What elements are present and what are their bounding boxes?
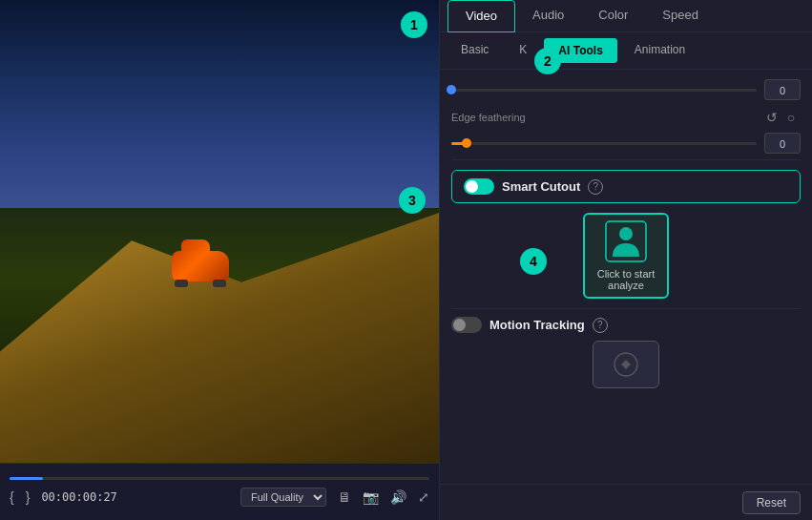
person-silhouette-icon (605, 220, 647, 262)
smart-cutout-toggle[interactable] (464, 178, 494, 195)
bracket-right-icon[interactable]: } (26, 489, 31, 505)
panel-content: 0 Edge feathering ↺ ○ 0 (440, 70, 812, 484)
video-preview (0, 0, 439, 463)
motion-tracking-section: Motion Tracking ? (451, 317, 801, 388)
slider-track-1[interactable] (451, 89, 757, 92)
time-display: 00:00:00:27 (41, 490, 116, 504)
motion-tracking-title: Motion Tracking (489, 318, 585, 332)
quality-select[interactable]: Full Quality (240, 488, 326, 507)
camera-icon[interactable]: 📷 (363, 489, 379, 505)
step-badge-3: 3 (399, 187, 426, 214)
subtab-animation[interactable]: Animation (621, 38, 698, 63)
right-panel: Video Audio Color Speed Basic K AI Tools… (439, 0, 812, 520)
value-box-1: 0 (764, 79, 801, 100)
edge-feathering-label: Edge feathering (451, 112, 526, 123)
analyze-button[interactable]: Click to start analyze (583, 213, 669, 299)
slider-thumb-1 (447, 85, 456, 94)
sand-bg (0, 185, 439, 463)
step-badge-4: 4 (520, 248, 547, 275)
monitor-icon[interactable]: 🖥 (338, 489, 351, 505)
vehicle-object (167, 239, 234, 287)
edge-feathering-value: 0 (764, 133, 801, 154)
step-badge-1: 1 (401, 11, 427, 38)
tab-audio[interactable]: Audio (515, 0, 581, 31)
motion-analyze-button[interactable] (593, 341, 659, 388)
controls-right: Full Quality 🖥 📷 🔊 ⤢ (240, 488, 429, 507)
video-controls: { } 00:00:00:27 Full Quality 🖥 📷 🔊 ⤢ (0, 463, 439, 520)
smart-cutout-header: Smart Cutout ? (464, 178, 788, 195)
divider-1 (451, 159, 801, 160)
tab-color[interactable]: Color (581, 0, 645, 31)
edge-feathering-slider-row: 0 (451, 133, 801, 154)
vehicle-body (172, 251, 229, 281)
analyze-label: Click to start analyze (585, 268, 667, 291)
motion-tracking-header: Motion Tracking ? (451, 317, 801, 333)
sky-bg (0, 0, 439, 208)
svg-point-1 (619, 227, 633, 240)
sub-tabs: Basic K AI Tools Animation (440, 32, 812, 70)
edge-feathering-row: Edge feathering ↺ ○ (451, 108, 801, 127)
subtab-basic[interactable]: Basic (448, 38, 502, 63)
step-badge-2: 2 (534, 48, 561, 74)
reset-button[interactable]: Reset (742, 491, 801, 514)
tab-speed[interactable]: Speed (645, 0, 716, 31)
slider-row-1: 0 (451, 79, 801, 100)
motion-tracking-help-icon[interactable]: ? (593, 318, 608, 333)
slider-section-1: 0 (451, 79, 801, 100)
reset-icon[interactable]: ↺ (762, 108, 781, 127)
timeline-progress (10, 477, 43, 480)
video-panel: { } 00:00:00:27 Full Quality 🖥 📷 🔊 ⤢ (0, 0, 439, 520)
smart-cutout-help-icon[interactable]: ? (588, 179, 603, 195)
tab-video[interactable]: Video (448, 0, 515, 32)
bracket-left-icon[interactable]: { (10, 489, 14, 505)
vehicle-wheel-right (213, 280, 226, 287)
smart-cutout-section: Smart Cutout ? (451, 170, 801, 203)
controls-left: { } 00:00:00:27 (10, 489, 117, 505)
motion-tracking-toggle[interactable] (451, 317, 482, 333)
undo-icon[interactable]: ○ (781, 108, 801, 127)
vehicle-wheel-left (175, 280, 188, 287)
volume-icon[interactable]: 🔊 (390, 489, 406, 505)
controls-row: { } 00:00:00:27 Full Quality 🖥 📷 🔊 ⤢ (10, 488, 429, 507)
fullscreen-icon[interactable]: ⤢ (418, 489, 429, 505)
motion-btn-area (451, 341, 801, 388)
divider-2 (451, 308, 801, 309)
analyze-btn-container: Click to start analyze (451, 213, 801, 299)
motion-icon (612, 350, 640, 379)
edge-feathering-thumb (462, 138, 471, 148)
edge-feathering-track[interactable] (451, 142, 757, 145)
smart-cutout-title: Smart Cutout (502, 179, 580, 194)
smart-cutout-knob (466, 180, 478, 193)
timeline-bar[interactable] (10, 477, 429, 480)
motion-tracking-knob (453, 319, 466, 331)
bottom-bar: Reset (440, 484, 812, 520)
top-tabs: Video Audio Color Speed (440, 0, 812, 32)
